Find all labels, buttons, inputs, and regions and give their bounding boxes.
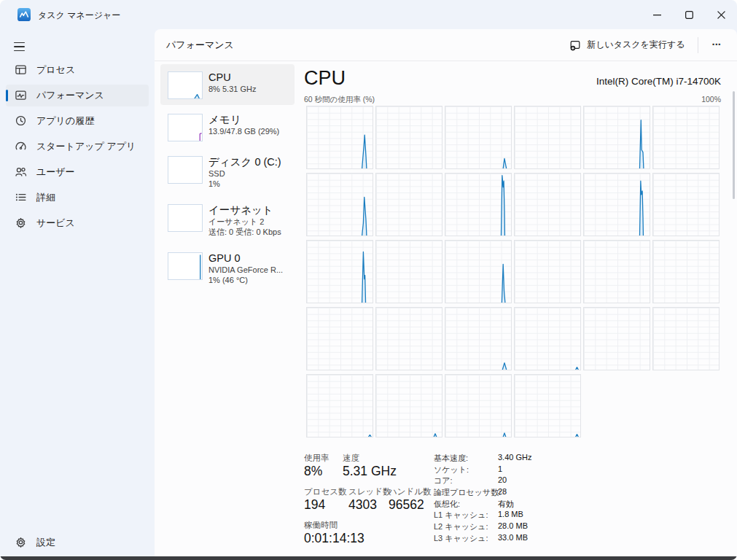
info-value: 1.8 MB: [498, 510, 531, 518]
sidebar-item-settings[interactable]: 設定: [6, 532, 149, 553]
performance-device-item[interactable]: ディスク 0 (C:) SSD1%: [160, 149, 295, 195]
task-manager-window: タスク マネージャー: [0, 0, 737, 560]
cpu-core-graph: [652, 173, 720, 236]
info-value: 有効: [498, 499, 531, 510]
sidebar: プロセス パフォーマンス アプリの履歴 スタートアップ アプリ: [0, 29, 155, 556]
stat-label: 稼働時間: [304, 520, 338, 531]
stat-value-usage: 8%: [304, 464, 322, 479]
device-title: イーサネット: [208, 203, 290, 217]
sidebar-item-icon: [15, 89, 28, 102]
sidebar-item[interactable]: サービス: [6, 212, 149, 234]
run-new-task-label: 新しいタスクを実行する: [587, 39, 685, 51]
ellipsis-icon: ...: [711, 35, 721, 47]
sidebar-item[interactable]: パフォーマンス: [6, 85, 149, 106]
sidebar-item-icon: [15, 140, 28, 153]
stat-label: 速度: [343, 453, 359, 464]
navigation-menu-button[interactable]: [9, 35, 32, 58]
window-controls: [641, 0, 737, 29]
cpu-core-graph: [514, 240, 581, 303]
page-title: パフォーマンス: [166, 39, 234, 52]
info-value: 20: [498, 475, 531, 484]
device-stat-line: 8% 5.31 GHz: [208, 84, 290, 94]
cpu-core-graph: [514, 173, 581, 236]
stat-label: スレッド数: [348, 486, 391, 497]
performance-device-list: CPU 8% 5.31 GHz メモリ 13.9/47.8 GB (29%) デ…: [160, 64, 295, 293]
cpu-core-graph: [306, 374, 373, 438]
sidebar-item-icon: [15, 166, 28, 179]
sidebar-item-icon: [15, 114, 28, 128]
maximize-button[interactable]: [673, 0, 705, 29]
cpu-core-graph: [445, 106, 512, 169]
header-actions: 新しいタスクを実行する ...: [562, 34, 728, 55]
window-bottom-edge: [0, 556, 737, 560]
cpu-core-graph: [583, 307, 650, 370]
device-title: GPU 0: [208, 252, 290, 265]
info-label: ソケット:: [434, 464, 498, 475]
sidebar-item[interactable]: スタートアップ アプリ: [6, 136, 149, 158]
cpu-core-graph: [583, 240, 650, 303]
device-stat-line: 13.9/47.8 GB (29%): [208, 126, 290, 136]
cpu-core-graph: [375, 307, 442, 370]
cpu-core-graph: [514, 106, 581, 169]
new-task-icon: [569, 39, 581, 51]
cpu-core-graph: [375, 374, 442, 438]
close-button[interactable]: [705, 0, 737, 29]
minimize-icon: [653, 11, 661, 19]
task-manager-logo-icon: [17, 8, 31, 21]
cpu-core-graph: [652, 240, 720, 303]
window-title: タスク マネージャー: [38, 9, 120, 22]
cpu-core-graph: [306, 240, 373, 303]
sidebar-item-label: 詳細: [36, 191, 55, 204]
device-stat-line: 1% (46 °C): [208, 275, 290, 285]
cpu-core-graph: [445, 173, 512, 236]
info-label: 基本速度:: [434, 453, 498, 464]
sidebar-item-label: アプリの履歴: [36, 114, 94, 128]
cpu-model-name: Intel(R) Core(TM) i7-14700K: [596, 76, 721, 87]
info-label: 論理プロセッサ数:: [434, 487, 498, 498]
info-value: 1: [498, 464, 531, 473]
vertical-scrollbar[interactable]: [733, 91, 735, 199]
sidebar-item[interactable]: ユーザー: [6, 161, 149, 183]
cpu-core-graph: [583, 106, 650, 169]
device-stat-line: SSD: [208, 168, 290, 179]
cpu-core-graph: [652, 307, 720, 370]
performance-device-item[interactable]: イーサネット イーサネット 2送信: 0 受信: 0 Kbps: [160, 197, 295, 244]
cpu-core-graph: [306, 173, 373, 236]
info-label: L3 キャッシュ:: [434, 533, 498, 544]
cpu-core-graph: [514, 307, 581, 370]
info-value: 3.40 GHz: [498, 453, 531, 462]
sidebar-item-icon: [15, 63, 28, 77]
more-options-button[interactable]: ...: [704, 36, 728, 53]
sidebar-item[interactable]: アプリの履歴: [6, 110, 149, 132]
stat-label: 使用率: [304, 453, 329, 464]
cpu-core-graph: [445, 240, 512, 303]
performance-device-item[interactable]: CPU 8% 5.31 GHz: [160, 64, 295, 105]
minimize-button[interactable]: [641, 0, 673, 29]
stat-value-handles: 96562: [389, 497, 424, 513]
cpu-core-graph: [306, 106, 373, 169]
device-mini-graph: [168, 71, 203, 99]
performance-device-item[interactable]: GPU 0 NVIDIA GeForce R...1% (46 °C): [160, 245, 295, 292]
device-mini-graph: [168, 204, 203, 232]
sidebar-item[interactable]: 詳細: [6, 187, 149, 209]
sidebar-item-label: スタートアップ アプリ: [36, 140, 136, 153]
stat-label: プロセス数: [304, 486, 347, 497]
device-stat-line: 送信: 0 受信: 0 Kbps: [208, 227, 290, 237]
info-label: 仮想化:: [434, 499, 498, 510]
info-value: 28: [498, 487, 531, 496]
stat-label: ハンドル数: [389, 486, 432, 497]
cpu-core-graph: [445, 307, 512, 370]
info-label: L1 キャッシュ:: [434, 510, 498, 521]
performance-device-item[interactable]: メモリ 13.9/47.8 GB (29%): [160, 106, 295, 147]
sidebar-item-label: パフォーマンス: [36, 89, 104, 102]
device-title: CPU: [208, 71, 290, 84]
sidebar-item-icon: [15, 217, 28, 230]
device-title: メモリ: [208, 113, 290, 126]
maximize-icon: [685, 11, 693, 19]
cpu-core-graph: [375, 240, 442, 303]
cpu-info-grid: 基本速度:3.40 GHz ソケット:1 コア:20 論理プロセッサ数:28 仮…: [434, 453, 531, 545]
device-mini-graph: [168, 114, 203, 141]
sidebar-nav: プロセス パフォーマンス アプリの履歴 スタートアップ アプリ: [6, 59, 149, 238]
run-new-task-button[interactable]: 新しいタスクを実行する: [562, 34, 692, 55]
sidebar-item[interactable]: プロセス: [6, 59, 149, 81]
